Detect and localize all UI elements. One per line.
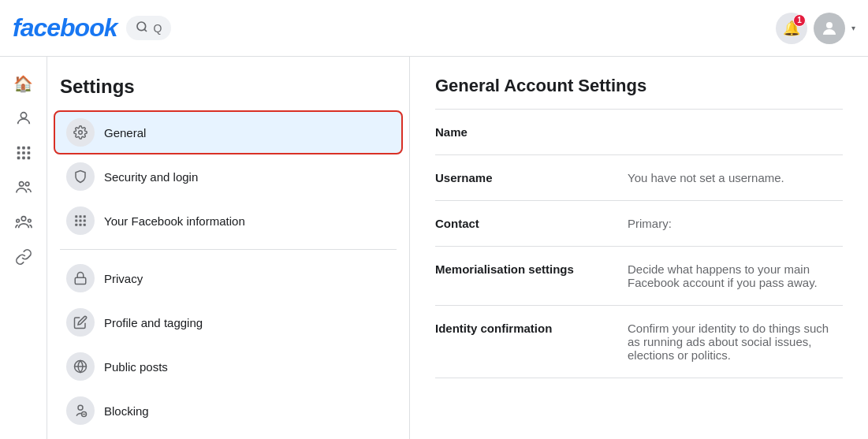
settings-item-public-posts[interactable]: Public posts bbox=[54, 344, 403, 389]
security-icon bbox=[66, 162, 95, 191]
settings-divider bbox=[60, 249, 397, 250]
sidebar-item-profile[interactable] bbox=[9, 104, 38, 132]
settings-item-general-label: General bbox=[104, 126, 146, 140]
chevron-down-icon[interactable]: ▾ bbox=[851, 24, 855, 32]
settings-item-privacy[interactable]: Privacy bbox=[54, 256, 403, 300]
contact-label: Contact bbox=[435, 217, 609, 230]
svg-point-3 bbox=[20, 113, 26, 118]
settings-item-public-posts-label: Public posts bbox=[104, 360, 168, 374]
settings-row-username: Username You have not set a username. bbox=[435, 155, 843, 201]
svg-rect-28 bbox=[75, 277, 86, 284]
sidebar-item-groups[interactable] bbox=[9, 208, 38, 236]
memorialisation-value: Decide what happens to your main Faceboo… bbox=[628, 262, 843, 289]
sidebar-item-apps[interactable] bbox=[9, 139, 38, 167]
settings-item-fb-info[interactable]: Your Facebook information bbox=[54, 199, 403, 243]
settings-row-name: Name bbox=[435, 110, 843, 155]
notifications-button[interactable]: 🔔 1 bbox=[776, 13, 807, 44]
svg-point-13 bbox=[19, 182, 24, 187]
svg-rect-25 bbox=[75, 224, 77, 226]
fb-info-icon bbox=[66, 206, 95, 235]
blocking-icon bbox=[66, 396, 95, 425]
avatar[interactable] bbox=[814, 13, 845, 44]
svg-rect-4 bbox=[17, 147, 20, 150]
svg-rect-26 bbox=[80, 224, 82, 226]
svg-rect-6 bbox=[27, 147, 30, 150]
svg-point-17 bbox=[28, 219, 31, 222]
privacy-icon bbox=[66, 264, 95, 292]
settings-item-general[interactable]: General bbox=[54, 110, 403, 154]
settings-item-blocking-label: Blocking bbox=[104, 404, 149, 418]
svg-rect-22 bbox=[75, 220, 77, 222]
settings-sidebar: Settings General Security and login bbox=[47, 57, 410, 439]
svg-rect-20 bbox=[80, 215, 82, 218]
svg-line-1 bbox=[145, 29, 147, 32]
main-layout: 🏠 bbox=[0, 57, 868, 439]
identity-value: Confirm your identity to do things such … bbox=[628, 322, 843, 362]
svg-rect-7 bbox=[17, 151, 20, 154]
settings-item-profile-tagging[interactable]: Profile and tagging bbox=[54, 300, 403, 344]
svg-rect-11 bbox=[22, 157, 25, 160]
svg-point-15 bbox=[21, 217, 26, 221]
sidebar-item-link[interactable] bbox=[9, 243, 38, 271]
svg-rect-27 bbox=[84, 224, 86, 226]
search-box[interactable]: Q bbox=[126, 16, 171, 40]
top-navigation: facebook Q 🔔 1 ▾ bbox=[0, 0, 868, 57]
profile-tagging-icon bbox=[66, 308, 95, 337]
svg-point-0 bbox=[137, 22, 146, 31]
sidebar-item-friends[interactable] bbox=[9, 173, 38, 202]
name-label: Name bbox=[435, 125, 609, 139]
svg-rect-8 bbox=[22, 151, 25, 154]
general-icon bbox=[66, 118, 95, 147]
settings-item-privacy-label: Privacy bbox=[104, 272, 143, 285]
username-label: Username bbox=[435, 171, 609, 184]
svg-point-31 bbox=[78, 405, 83, 410]
notification-badge: 1 bbox=[793, 14, 806, 27]
svg-point-2 bbox=[826, 22, 833, 28]
svg-rect-24 bbox=[84, 220, 86, 222]
identity-label: Identity confirmation bbox=[435, 322, 609, 335]
settings-item-fb-info-label: Your Facebook information bbox=[104, 214, 245, 228]
svg-rect-19 bbox=[75, 215, 77, 218]
main-content: General Account Settings Name Username Y… bbox=[410, 57, 868, 439]
settings-item-security[interactable]: Security and login bbox=[54, 154, 403, 199]
svg-point-14 bbox=[25, 182, 29, 186]
sidebar-item-home[interactable]: 🏠 bbox=[9, 69, 38, 98]
settings-row-identity: Identity confirmation Confirm your ident… bbox=[435, 306, 843, 378]
settings-item-profile-tagging-label: Profile and tagging bbox=[104, 316, 203, 329]
topnav-left: facebook Q bbox=[13, 13, 171, 43]
settings-row-memorialisation: Memorialisation settings Decide what hap… bbox=[435, 247, 843, 306]
svg-point-18 bbox=[79, 131, 83, 135]
settings-item-security-label: Security and login bbox=[104, 170, 198, 184]
svg-rect-9 bbox=[27, 151, 30, 154]
svg-rect-12 bbox=[27, 157, 30, 160]
svg-rect-5 bbox=[22, 147, 25, 150]
svg-rect-10 bbox=[17, 157, 20, 160]
settings-item-blocking[interactable]: Blocking bbox=[54, 389, 403, 433]
search-placeholder: Q bbox=[153, 22, 162, 35]
search-icon bbox=[136, 20, 148, 35]
svg-point-16 bbox=[16, 219, 19, 222]
public-posts-icon bbox=[66, 352, 95, 381]
content-title: General Account Settings bbox=[435, 76, 843, 96]
settings-row-contact: Contact Primary: bbox=[435, 201, 843, 247]
icon-navigation: 🏠 bbox=[0, 57, 47, 439]
svg-rect-21 bbox=[84, 215, 86, 218]
settings-title: Settings bbox=[47, 76, 409, 110]
facebook-logo: facebook bbox=[13, 13, 117, 43]
contact-value: Primary: bbox=[628, 217, 843, 230]
memorialisation-label: Memorialisation settings bbox=[435, 262, 609, 276]
settings-item-location[interactable]: Location bbox=[54, 433, 403, 439]
topnav-right: 🔔 1 ▾ bbox=[776, 13, 855, 44]
username-value: You have not set a username. bbox=[628, 171, 843, 184]
svg-rect-23 bbox=[80, 220, 82, 222]
